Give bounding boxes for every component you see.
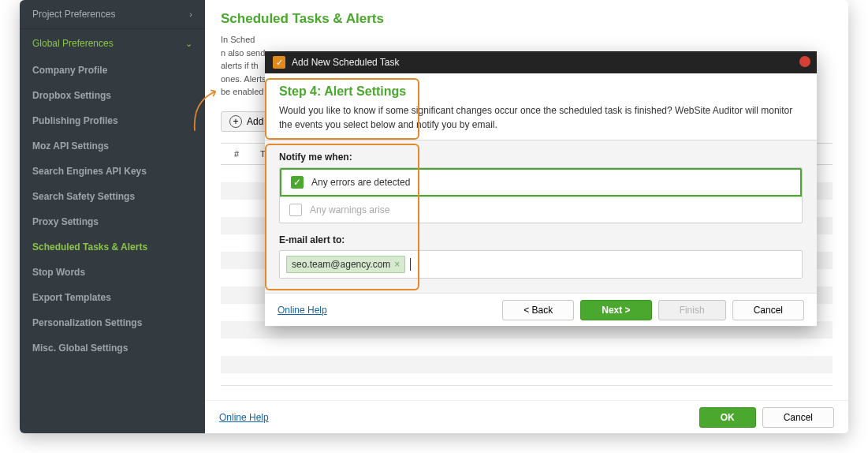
email-label: E-mail alert to: xyxy=(279,234,803,245)
email-chip-text: seo.team@agency.com xyxy=(292,259,390,270)
plus-icon: + xyxy=(229,115,242,128)
ok-button[interactable]: OK xyxy=(699,407,756,428)
add-scheduled-task-modal: ✓ Add New Scheduled Task Step 4: Alert S… xyxy=(265,51,817,326)
sidebar-item-company-profile[interactable]: Company Profile xyxy=(20,58,205,83)
sidebar-item-scheduled-tasks-alerts[interactable]: Scheduled Tasks & Alerts xyxy=(20,234,205,260)
sidebar-section-global[interactable]: Global Preferences ⌄ xyxy=(20,29,205,58)
sidebar-item-misc-global-settings[interactable]: Misc. Global Settings xyxy=(20,335,205,361)
sidebar-section-project-label: Project Preferences xyxy=(32,9,115,20)
sidebar-item-search-safety-settings[interactable]: Search Safety Settings xyxy=(20,184,205,209)
text-cursor xyxy=(410,258,411,271)
page-title: Scheduled Tasks & Alerts xyxy=(221,11,833,27)
cancel-button[interactable]: Cancel xyxy=(762,407,834,428)
option-errors-detected[interactable]: ✓ Any errors are detected xyxy=(280,168,802,197)
sidebar-item-publishing-profiles[interactable]: Publishing Profiles xyxy=(20,108,205,133)
step-description: Would you like to know if some significa… xyxy=(279,103,803,132)
modal-cancel-button[interactable]: Cancel xyxy=(732,300,804,320)
add-button-label: Add xyxy=(247,116,263,127)
sidebar: Project Preferences › Global Preferences… xyxy=(20,0,205,433)
option-warnings-arise[interactable]: Any warnings arise xyxy=(280,197,802,223)
sidebar-section-project[interactable]: Project Preferences › xyxy=(20,0,205,28)
step-header: Step 4: Alert Settings Would you like to… xyxy=(265,73,817,140)
checkbox-warnings[interactable] xyxy=(289,204,302,216)
modal-titlebar: ✓ Add New Scheduled Task xyxy=(265,51,817,73)
bottom-bar: Online Help OK Cancel xyxy=(205,400,848,433)
sidebar-item-export-templates[interactable]: Export Templates xyxy=(20,285,205,310)
modal-online-help-link[interactable]: Online Help xyxy=(278,305,327,316)
chevron-right-icon: › xyxy=(189,9,192,19)
sidebar-section-global-label: Global Preferences xyxy=(32,38,114,49)
notify-options: ✓ Any errors are detected Any warnings a… xyxy=(279,167,803,223)
finish-button: Finish xyxy=(658,300,726,320)
notify-label: Notify me when: xyxy=(279,152,803,163)
modal-title-label: Add New Scheduled Task xyxy=(292,57,400,68)
modal-footer: Online Help < Back Next > Finish Cancel xyxy=(265,293,817,326)
task-icon: ✓ xyxy=(273,56,285,69)
sidebar-item-search-engines-api-keys[interactable]: Search Engines API Keys xyxy=(20,159,205,184)
col-number: # xyxy=(221,144,252,164)
back-button[interactable]: < Back xyxy=(502,300,574,320)
online-help-link[interactable]: Online Help xyxy=(219,412,269,423)
email-chip[interactable]: seo.team@agency.com × xyxy=(286,256,405,273)
sidebar-item-dropbox-settings[interactable]: Dropbox Settings xyxy=(20,83,205,108)
sidebar-item-personalization-settings[interactable]: Personalization Settings xyxy=(20,310,205,335)
chevron-down-icon: ⌄ xyxy=(185,39,192,49)
step-title: Step 4: Alert Settings xyxy=(279,84,803,99)
option-errors-label: Any errors are detected xyxy=(311,177,410,188)
sidebar-item-proxy-settings[interactable]: Proxy Settings xyxy=(20,209,205,234)
sidebar-item-stop-words[interactable]: Stop Words xyxy=(20,260,205,285)
chip-remove-icon[interactable]: × xyxy=(394,259,400,270)
close-icon[interactable] xyxy=(799,56,810,67)
next-button[interactable]: Next > xyxy=(580,300,651,320)
option-warnings-label: Any warnings arise xyxy=(310,204,389,215)
sidebar-item-moz-api-settings[interactable]: Moz API Settings xyxy=(20,133,205,159)
email-input[interactable]: seo.team@agency.com × xyxy=(279,250,803,279)
checkbox-errors[interactable]: ✓ xyxy=(291,176,304,189)
